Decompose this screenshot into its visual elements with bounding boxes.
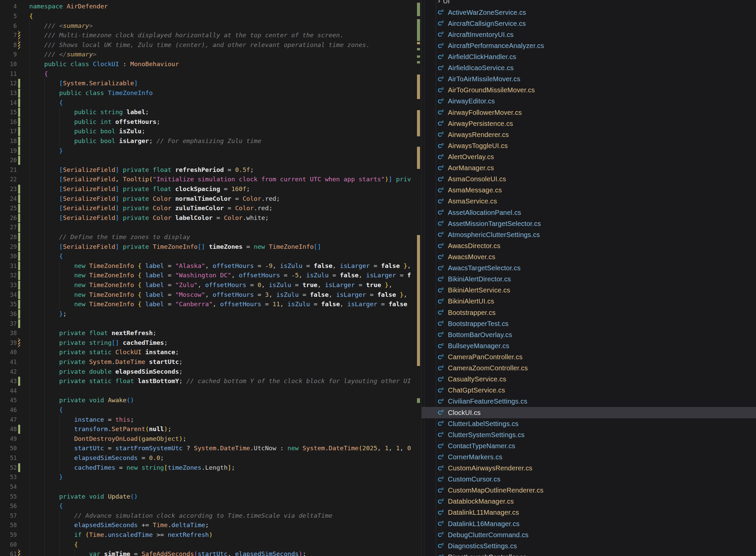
file-row[interactable]: C#CustomAirwaysRenderer.cs [422, 463, 756, 474]
code-line[interactable]: 16 public int offsetHours; [0, 117, 421, 127]
file-row[interactable]: C#ClutterSystemSettings.cs [422, 429, 756, 441]
code-line[interactable]: 21 [SerializeField] private float refres… [0, 165, 421, 175]
file-row[interactable]: C#AircraftInventoryUI.cs [422, 29, 756, 40]
code-line[interactable]: 34 new TimeZoneInfo { label = "Moscow", … [0, 290, 421, 300]
file-row[interactable]: C#CivilianFeatureSettings.cs [422, 396, 756, 407]
file-row[interactable]: C#CasualtyService.cs [422, 374, 756, 385]
code-line[interactable]: 43 private static float lastBottomY; // … [0, 376, 421, 386]
file-row[interactable]: C#CameraZoomController.cs [422, 362, 756, 374]
code-line[interactable]: 59 if (Time.unscaledTime >= nextRefresh) [0, 530, 421, 540]
code-line[interactable]: 54 [0, 482, 421, 492]
file-row[interactable]: C#ContactTypeNamer.cs [422, 441, 756, 452]
file-row[interactable]: C#AirwaysRenderer.cs [422, 129, 756, 140]
file-row[interactable]: C#ClockUI.cs [422, 407, 756, 418]
code-line[interactable]: 20 [0, 155, 421, 165]
code-editor[interactable]: 34namespace AirDefender5{6 /// <summary>… [0, 0, 421, 556]
code-line[interactable]: 52 cachedTimes = new string[timeZones.Le… [0, 463, 421, 473]
file-row[interactable]: C#BootstrapperTest.cs [422, 318, 756, 329]
file-row[interactable]: C#AirwayPersistence.cs [422, 118, 756, 129]
file-row[interactable]: C#AlertOverlay.cs [422, 151, 756, 163]
code-line[interactable]: 28 // Define the time zones to display [0, 232, 421, 242]
code-line[interactable]: 57 // Advance simulation clock according… [0, 511, 421, 521]
code-line[interactable]: 50 startUtc = startFromSystemUtc ? Syste… [0, 444, 421, 453]
file-row[interactable]: C#AirwaysToggleUI.cs [422, 140, 756, 151]
code-line[interactable]: 29 [SerializeField] private TimeZoneInfo… [0, 242, 421, 252]
file-row[interactable]: C#AirwayFollowerMover.cs [422, 107, 756, 118]
code-line[interactable]: 44 [0, 386, 421, 396]
code-line[interactable]: 24 [SerializeField] private Color normal… [0, 194, 421, 204]
file-row[interactable]: C#CameraPanController.cs [422, 351, 756, 362]
code-line[interactable]: 17 public bool isZulu; [0, 127, 421, 136]
file-row[interactable]: C#CustomMapOutlineRenderer.cs [422, 485, 756, 496]
code-line[interactable]: 49 DontDestroyOnLoad(gameObject); [0, 434, 421, 444]
code-line[interactable]: 27 [0, 222, 421, 232]
code-line[interactable]: 23 [SerializeField] private float clockS… [0, 184, 421, 194]
file-row[interactable]: C#AsmaService.cs [422, 196, 756, 207]
file-row[interactable]: C#DatalinkL11Manager.cs [422, 507, 756, 518]
code-line[interactable]: 53 } [0, 473, 421, 482]
code-line[interactable]: 18 public bool isLarger; // For emphasiz… [0, 136, 421, 146]
code-line[interactable]: 61 var simTime = SafeAddSeconds(startUtc… [0, 549, 421, 556]
code-line[interactable]: 31 new TimeZoneInfo { label = "Alaska", … [0, 261, 421, 271]
code-line[interactable]: 46 { [0, 405, 421, 415]
code-line[interactable]: 25 [SerializeField] private Color zuluTi… [0, 204, 421, 213]
file-row[interactable]: C#Bootstrapper.cs [422, 307, 756, 318]
code-line[interactable]: 48 transform.SetParent(null); [0, 424, 421, 434]
code-line[interactable]: 47 instance = this; [0, 415, 421, 425]
code-line[interactable]: 60 { [0, 540, 421, 550]
file-row[interactable]: C#AircraftCallsignService.cs [422, 18, 756, 29]
code-line[interactable]: 58 elapsedSimSeconds += Time.deltaTime; [0, 520, 421, 530]
code-line[interactable]: 5{ [0, 11, 421, 21]
code-line[interactable]: 42 private double elapsedSimSeconds; [0, 367, 421, 377]
file-row[interactable]: C#ActiveWarZoneService.cs [422, 7, 756, 18]
code-line[interactable]: 32 new TimeZoneInfo { label = "Washingto… [0, 271, 421, 280]
code-line[interactable]: 9 /// </summary> [0, 50, 421, 60]
code-line[interactable]: 11 { [0, 69, 421, 79]
file-row[interactable]: C#AsmaMessage.cs [422, 185, 756, 196]
code-line[interactable]: 41 private System.DateTime startUtc; [0, 357, 421, 367]
code-line[interactable]: 30 { [0, 251, 421, 261]
code-line[interactable]: 40 private static ClockUI instance; [0, 347, 421, 357]
file-row[interactable]: C#ChatGptService.cs [422, 385, 756, 396]
file-row[interactable]: C#AirToGroundMissileMover.cs [422, 84, 756, 96]
code-line[interactable]: 10 public class ClockUI : MonoBehaviour [0, 60, 421, 69]
file-row[interactable]: C#AssetAllocationPanel.cs [422, 207, 756, 218]
file-row[interactable]: C#CornerMarkers.cs [422, 452, 756, 463]
code-line[interactable]: 51 elapsedSimSeconds = 0.0; [0, 453, 421, 463]
file-row[interactable]: C#AirwayEditor.cs [422, 96, 756, 107]
file-row[interactable]: C#DiagnosticsSettings.cs [422, 541, 756, 552]
file-row[interactable]: C#DirectLaunchController.cs [422, 552, 756, 556]
file-row[interactable]: C#DatalinkL16Manager.cs [422, 518, 756, 529]
file-row[interactable]: C#AwacsMover.cs [422, 251, 756, 263]
code-line[interactable]: 26 [SerializeField] private Color labelC… [0, 213, 421, 223]
code-line[interactable]: 56 { [0, 501, 421, 511]
editor-scrollbar[interactable] [417, 0, 420, 556]
file-row[interactable]: C#AtmosphericClutterSettings.cs [422, 229, 756, 240]
code-line[interactable]: 38 private float nextRefresh; [0, 328, 421, 338]
code-line[interactable]: 7 /// Multi-timezone clock displayed hor… [0, 31, 421, 40]
file-row[interactable]: C#BullseyeManager.cs [422, 341, 756, 351]
file-row[interactable]: C#AssetMissionTargetSelector.cs [422, 218, 756, 229]
code-line[interactable]: 12 [System.Serializable] [0, 78, 421, 88]
code-line[interactable]: 13 public class TimeZoneInfo [0, 88, 421, 98]
code-line[interactable]: 14 { [0, 98, 421, 108]
file-row[interactable]: C#AirfieldClickHandler.cs [422, 51, 756, 63]
file-row[interactable]: C#DatablockManager.cs [422, 496, 756, 507]
code-line[interactable]: 35 new TimeZoneInfo { label = "Canberra"… [0, 300, 421, 309]
file-row[interactable]: C#BikiniAlertUI.cs [422, 296, 756, 307]
code-line[interactable]: 37 [0, 319, 421, 329]
file-row[interactable]: C#AircraftPerformanceAnalyzer.cs [422, 40, 756, 51]
file-row[interactable]: C#AorManager.cs [422, 163, 756, 174]
code-line[interactable]: 22 [SerializeField, Tooltip("Initialize … [0, 175, 421, 184]
file-row[interactable]: C#DebugClutterCommand.cs [422, 529, 756, 541]
file-row[interactable]: C#AsmaConsoleUI.cs [422, 174, 756, 185]
file-row[interactable]: C#AwacsDirector.cs [422, 240, 756, 251]
file-row[interactable]: C#AirfieldIcaoService.cs [422, 63, 756, 73]
code-line[interactable]: 4namespace AirDefender [0, 2, 421, 11]
file-row[interactable]: C#BikiniAlertDirector.cs [422, 274, 756, 285]
code-line[interactable]: 36 }; [0, 309, 421, 319]
file-row[interactable]: C#AwacsTargetSelector.cs [422, 263, 756, 274]
code-line[interactable]: 39 private string[] cachedTimes; [0, 338, 421, 348]
file-row[interactable]: C#AirToAirMissileMover.cs [422, 73, 756, 84]
code-line[interactable]: 55 private void Update() [0, 492, 421, 501]
